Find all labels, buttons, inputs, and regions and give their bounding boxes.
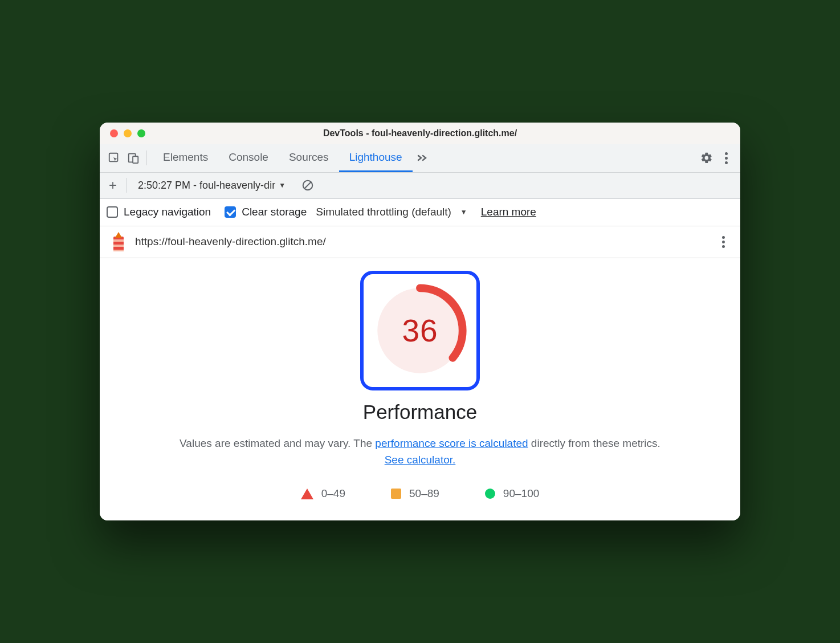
report-url-bar: https://foul-heavenly-direction.glitch.m… (100, 226, 740, 258)
throttling-select[interactable]: Simulated throttling (default) ▼ (316, 206, 467, 218)
lighthouse-options: Legacy navigation Clear storage Simulate… (100, 199, 740, 226)
minimize-window-button[interactable] (124, 129, 132, 137)
category-title: Performance (117, 401, 723, 424)
legacy-navigation-checkbox[interactable] (107, 206, 118, 218)
tab-lighthouse[interactable]: Lighthouse (339, 144, 413, 172)
score-calculated-link[interactable]: performance score is calculated (375, 437, 528, 449)
report-menu-button[interactable] (716, 235, 730, 249)
divider (146, 150, 147, 165)
chevron-down-icon: ▼ (279, 181, 286, 189)
window-controls (100, 129, 145, 137)
clear-storage-checkbox[interactable] (225, 206, 236, 218)
legend-pass: 90–100 (485, 487, 539, 500)
see-calculator-link[interactable]: See calculator. (385, 454, 456, 466)
score-legend: 0–49 50–89 90–100 (117, 487, 723, 500)
tab-list: Elements Console Sources Lighthouse (153, 144, 413, 172)
circle-icon (485, 489, 495, 499)
more-options-icon[interactable] (716, 148, 736, 168)
desc-text: directly from these metrics. (528, 437, 660, 449)
lighthouse-toolbar: + 2:50:27 PM - foul-heavenly-dir ▼ (100, 173, 740, 199)
svg-rect-0 (109, 153, 118, 162)
score-highlight-frame: 36 (360, 271, 480, 390)
tab-elements[interactable]: Elements (153, 144, 218, 172)
device-toolbar-icon[interactable] (124, 148, 143, 168)
lighthouse-report: 36 Performance Values are estimated and … (100, 258, 740, 521)
tab-sources[interactable]: Sources (279, 144, 339, 172)
more-tabs-button[interactable] (413, 148, 432, 168)
titlebar: DevTools - foul-heavenly-direction.glitc… (100, 123, 740, 144)
category-description: Values are estimated and may vary. The p… (175, 435, 665, 469)
clear-storage-label: Clear storage (242, 206, 307, 218)
report-selector-label: 2:50:27 PM - foul-heavenly-dir (138, 180, 275, 192)
legend-label: 0–49 (321, 487, 345, 500)
settings-icon[interactable] (697, 148, 716, 168)
lighthouse-icon (110, 232, 127, 251)
window-title: DevTools - foul-heavenly-direction.glitc… (100, 128, 740, 139)
clear-report-icon[interactable] (298, 176, 317, 195)
svg-rect-2 (133, 156, 138, 163)
report-url: https://foul-heavenly-direction.glitch.m… (135, 235, 708, 248)
maximize-window-button[interactable] (137, 129, 145, 137)
svg-line-4 (305, 182, 311, 189)
new-report-button[interactable]: + (103, 176, 123, 195)
legacy-navigation-label: Legacy navigation (124, 206, 211, 218)
learn-more-link[interactable]: Learn more (481, 206, 536, 218)
devtools-window: DevTools - foul-heavenly-direction.glitc… (100, 123, 740, 521)
performance-score: 36 (373, 283, 467, 378)
legend-fail: 0–49 (301, 487, 345, 500)
legend-average: 50–89 (391, 487, 439, 500)
desc-text: Values are estimated and may vary. The (180, 437, 375, 449)
throttling-label: Simulated throttling (default) (316, 206, 451, 218)
performance-gauge[interactable]: 36 (373, 283, 467, 378)
divider (126, 178, 127, 193)
devtools-tabs: Elements Console Sources Lighthouse (100, 144, 740, 173)
inspect-element-icon[interactable] (104, 148, 124, 168)
report-selector[interactable]: 2:50:27 PM - foul-heavenly-dir ▼ (132, 177, 291, 194)
legend-label: 90–100 (503, 487, 539, 500)
close-window-button[interactable] (110, 129, 118, 137)
square-icon (391, 489, 401, 499)
legend-label: 50–89 (409, 487, 439, 500)
triangle-icon (301, 489, 313, 499)
tab-console[interactable]: Console (218, 144, 279, 172)
chevron-down-icon: ▼ (460, 208, 467, 216)
